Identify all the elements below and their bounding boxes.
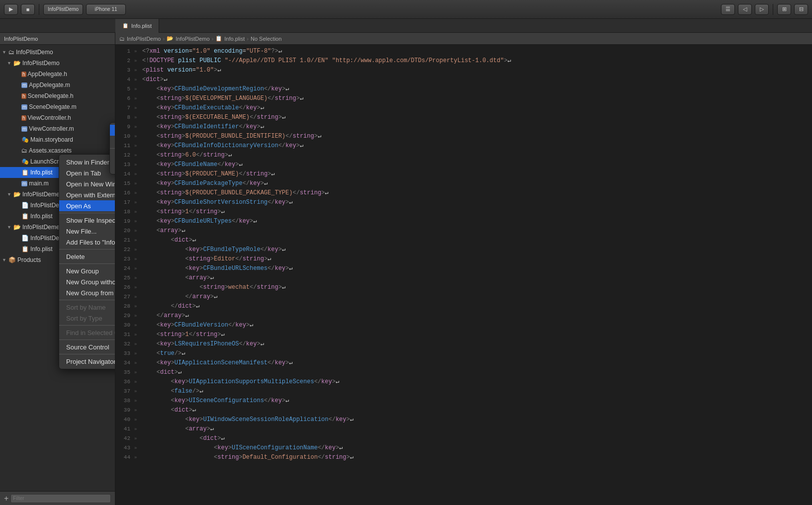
menu-item-new-group-from-selection[interactable]: New Group from Selection [59, 287, 115, 298]
breadcrumb-sep-2: › [212, 36, 214, 42]
code-line-3: 3 » <plist version="1.0">↵ [115, 66, 812, 75]
code-line-7: 7 » <key>CFBundleExecutable</key>↵ [115, 103, 812, 113]
menu-item-open-new-window[interactable]: Open in New Window [59, 178, 115, 189]
breadcrumb-icon-1: 🗂 [119, 36, 125, 42]
tab-info-plist[interactable]: 📋 Info.plist [115, 19, 159, 33]
code-line-37: 37 » <false/>↵ [115, 387, 812, 396]
tab-bar: 📋 Info.plist [0, 19, 812, 33]
menu-label-delete: Delete [66, 253, 85, 260]
code-line-19: 19 » <key>CFBundleURLTypes</key>↵ [115, 217, 812, 226]
code-line-9: 9 » <key>CFBundleIdentifier</key>↵ [115, 122, 812, 132]
forward-btn[interactable]: ▷ [755, 4, 769, 15]
menu-label-sort-by-type: Sort by Type [66, 315, 102, 322]
menu-item-open-as[interactable]: Open As ▶ [59, 200, 115, 211]
menu-separator-4 [59, 300, 115, 300]
code-line-11: 11 » <key>CFBundleInfoDictionaryVersion<… [115, 141, 812, 151]
code-line-14: 14 » <string>$(PRODUCT_NAME)</string>↵ [115, 169, 812, 179]
back-btn[interactable]: ◁ [738, 4, 752, 15]
code-line-6: 6 » <string>$(DEVELOPMENT_LANGUAGE)</str… [115, 94, 812, 103]
submenu-separator [110, 148, 115, 149]
code-line-27: 27 » </array>↵ [115, 292, 812, 302]
toolbar-separator-1 [39, 4, 39, 15]
breadcrumb-icon-2: 📂 [167, 35, 174, 42]
navigator-btn[interactable]: ☰ [721, 4, 735, 15]
sidebar: InfoPlistDemo ▼ 🗂 InfoPlistDemo ▼ 📂 Info… [0, 33, 115, 505]
code-line-17: 17 » <key>CFBundleShortVersionString</ke… [115, 198, 812, 207]
menu-item-show-file-inspector[interactable]: Show File Inspector [59, 215, 115, 226]
menu-separator-1 [59, 213, 115, 213]
breadcrumb-sep-3: › [247, 36, 249, 42]
stop-button[interactable]: ■ [21, 4, 35, 15]
menu-label-new-group: New Group [66, 267, 99, 275]
run-button[interactable]: ▶ [4, 4, 18, 15]
code-line-38: 38 » <key>UISceneConfigurations</key>↵ [115, 396, 812, 406]
breadcrumb-icon-3: 📋 [215, 35, 222, 42]
menu-item-new-group[interactable]: New Group [59, 265, 115, 276]
code-line-16: 16 » <string>$(PRODUCT_BUNDLE_PACKAGE_TY… [115, 188, 812, 198]
submenu-item-source-code[interactable]: Source Code [110, 125, 115, 136]
main-content: InfoPlistDemo ▼ 🗂 InfoPlistDemo ▼ 📂 Info… [0, 33, 812, 505]
code-line-4: 4 » <dict>↵ [115, 75, 812, 84]
code-line-44: 44 » <string>Default_Configuration</stri… [115, 453, 812, 462]
menu-separator-7 [59, 354, 115, 354]
editor-area: 🗂 InfoPlistDemo › 📂 InfoPlistDemo › 📋 In… [115, 33, 812, 505]
code-editor[interactable]: 1 » <?xml version="1.0" encoding="UTF-8"… [115, 45, 812, 505]
menu-item-project-navigator-help[interactable]: Project Navigator Help [59, 356, 115, 367]
breadcrumb-sep-1: › [163, 36, 165, 42]
menu-label-open-new-window: Open in New Window [66, 180, 115, 188]
inspector-btn[interactable]: ⊞ [777, 4, 791, 15]
code-line-2: 2 » <!DOCTYPE plist PUBLIC "-//Apple//DT… [115, 56, 812, 66]
context-menu: Show in Finder Open in Tab Open in New W… [59, 154, 115, 369]
code-line-23: 23 » <string>Editor</string>↵ [115, 254, 812, 264]
menu-label-open-in-tab: Open in Tab [66, 169, 101, 177]
toolbar-separator-2 [773, 4, 773, 15]
code-line-26: 26 » <string>wechat</string>↵ [115, 283, 812, 292]
context-menu-overlay: Show in Finder Open in Tab Open in New W… [0, 33, 115, 505]
menu-item-new-group-without-folder[interactable]: New Group without Folder [59, 276, 115, 287]
submenu-open-as: Source Code Property List Hex Quick Look [109, 122, 115, 174]
menu-item-delete[interactable]: Delete [59, 251, 115, 262]
scheme-selector[interactable]: InfoPlistDemo [43, 4, 83, 15]
breadcrumb-1[interactable]: InfoPlistDemo [127, 36, 161, 42]
debug-btn[interactable]: ⊟ [794, 4, 808, 15]
breadcrumb-3[interactable]: Info.plist [224, 36, 245, 42]
menu-item-show-in-finder[interactable]: Show in Finder [59, 157, 115, 168]
menu-label-open-external: Open with External Editor [66, 191, 115, 199]
menu-label-find-in-groups: Find in Selected Groups... [66, 329, 115, 337]
code-line-30: 30 » <key>CFBundleVersion</key>↵ [115, 321, 812, 330]
code-line-8: 8 » <string>$(EXECUTABLE_NAME)</string>↵ [115, 113, 812, 122]
menu-item-open-in-tab[interactable]: Open in Tab [59, 168, 115, 178]
menu-item-open-external[interactable]: Open with External Editor [59, 189, 115, 200]
menu-label-show-in-finder: Show in Finder [66, 159, 109, 166]
code-line-1: 1 » <?xml version="1.0" encoding="UTF-8"… [115, 47, 812, 56]
submenu-item-property-list[interactable]: Property List [110, 136, 115, 147]
code-line-18: 18 » <string>1</string>↵ [115, 207, 812, 217]
menu-separator-2 [59, 249, 115, 250]
breadcrumb-4: No Selection [251, 36, 281, 42]
submenu-item-quick-look[interactable]: Quick Look [110, 161, 115, 172]
device-selector[interactable]: iPhone 11 [86, 4, 126, 15]
breadcrumb-2[interactable]: InfoPlistDemo [176, 36, 209, 42]
toolbar: ▶ ■ InfoPlistDemo iPhone 11 ☰ ◁ ▷ ⊞ ⊟ [0, 0, 812, 19]
menu-label-open-as: Open As [66, 202, 91, 210]
code-line-15: 15 » <key>CFBundlePackageType</key>↵ [115, 179, 812, 188]
code-line-42: 42 » <dict>↵ [115, 434, 812, 443]
code-line-21: 21 » <dict>↵ [115, 236, 812, 245]
code-line-12: 12 » <string>6.0</string>↵ [115, 151, 812, 160]
submenu-item-hex[interactable]: Hex [110, 150, 115, 161]
breadcrumb-bar: 🗂 InfoPlistDemo › 📂 InfoPlistDemo › 📋 In… [115, 33, 812, 45]
menu-label-project-navigator-help: Project Navigator Help [66, 358, 115, 365]
code-line-13: 13 » <key>CFBundleName</key>↵ [115, 160, 812, 169]
menu-item-new-file[interactable]: New File... [59, 226, 115, 237]
code-line-34: 34 » <key>UIApplicationSceneManifest</ke… [115, 358, 812, 368]
menu-label-source-control: Source Control [66, 343, 109, 351]
menu-item-add-files[interactable]: Add Files to "InfoPlistDemo"... [59, 237, 115, 248]
menu-label-sort-by-name: Sort by Name [66, 304, 105, 311]
code-line-24: 24 » <key>CFBundleURLSchemes</key>↵ [115, 264, 812, 273]
code-line-10: 10 » <string>$(PRODUCT_BUNDLE_IDENTIFIER… [115, 132, 812, 141]
code-line-20: 20 » <array>↵ [115, 226, 812, 236]
menu-label-show-file-inspector: Show File Inspector [66, 217, 115, 224]
tab-label: Info.plist [131, 23, 152, 29]
menu-separator-5 [59, 325, 115, 326]
menu-item-source-control[interactable]: Source Control ▶ [59, 341, 115, 352]
